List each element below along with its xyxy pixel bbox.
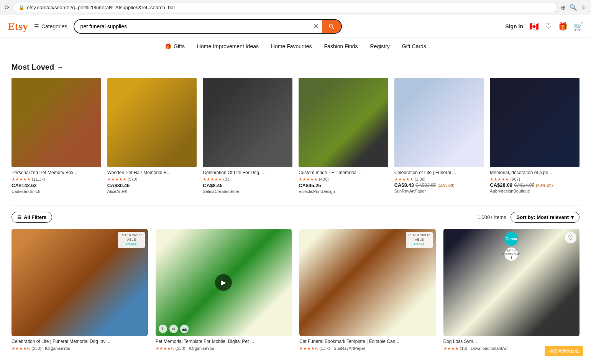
product-seller-2: AliceArtHK — [107, 189, 197, 194]
sign-in-button[interactable]: Sign in — [505, 23, 523, 29]
product-stars-5: ★★★★★ (1.3k) — [394, 177, 484, 182]
product-price-5: CA$8.43 CA$33.85 (10% off) — [394, 182, 484, 188]
search-bar: ✕ — [74, 19, 342, 34]
gift-header-icon[interactable]: 🎁 — [558, 22, 568, 31]
search-input[interactable] — [74, 20, 310, 33]
grid-product-4[interactable]: ♡ Canva INSTANTDOWNLOAD⬇ Dog Loss Sym...… — [443, 229, 580, 351]
products-grid: PERSONALIZABLECanva Celebration of Life … — [11, 229, 580, 351]
grid-product-title-1: Celebration of Life | Funeral Memorial D… — [11, 338, 148, 345]
most-loved-product-3[interactable]: Celebration Of Life For Dog, ... ★★★★★ (… — [203, 78, 292, 194]
translate-icon[interactable]: ⊕ — [561, 4, 566, 11]
product-seller-6: AubrydesignBoutique — [490, 189, 580, 193]
search-icon — [328, 23, 335, 30]
product-image-2 — [107, 78, 197, 167]
browser-chrome: ⟳ 🔒 etsy.com/ca/search?q=pet%20funeral%2… — [0, 0, 591, 15]
browser-search-icon[interactable]: 🔍 — [570, 4, 577, 11]
product-stars-4: ★★★★★ (400) — [299, 177, 388, 182]
watermark: 搜狐号@大数境 — [545, 346, 583, 356]
browser-controls: ⟳ — [5, 4, 10, 11]
most-loved-product-5[interactable]: Celebration of Life | Funeral ... ★★★★★ … — [394, 78, 484, 194]
product-image-6 — [490, 78, 580, 167]
main-content: Most Loved → Personalized Pet Memory Box… — [0, 55, 591, 359]
product-image-1 — [11, 78, 101, 167]
nav-item-gifts[interactable]: 🎁 Gifts — [159, 41, 190, 52]
all-filters-button[interactable]: ⊟ All Filters — [11, 212, 52, 223]
browser-action-icons: ⊕ 🔍 ☆ — [561, 4, 586, 11]
product-image-5 — [394, 78, 484, 167]
canada-flag-icon[interactable]: 🇨🇦 — [529, 22, 539, 31]
search-clear-button[interactable]: ✕ — [310, 22, 322, 31]
nav-item-fashion-finds[interactable]: Fashion Finds — [319, 41, 363, 52]
most-loved-product-4[interactable]: Custom made PET memorial ... ★★★★★ (400)… — [299, 78, 388, 194]
header-actions: Sign in 🇨🇦 ♡ 🎁 🛒 — [505, 22, 583, 31]
url-text: etsy.com/ca/search?q=pet%20funeral%20sup… — [27, 5, 175, 10]
filter-icon: ⊟ — [17, 214, 21, 220]
etsy-logo[interactable]: Etsy — [8, 20, 28, 33]
filters-bar: ⊟ All Filters 1,000+ items Sort by: Most… — [11, 212, 580, 223]
most-loved-title: Most Loved → — [11, 63, 580, 72]
play-button-2[interactable]: ▶ — [215, 274, 232, 291]
product-seller-5: SunRayArtPaper — [394, 189, 484, 193]
grid-product-title-3: Cat Funeral Bookmark Template | Editable… — [299, 338, 436, 345]
grid-product-2[interactable]: ▶ f ✉ 📷 Pet Memorial Template For Mobile… — [156, 229, 292, 351]
product-price-4: CA$45.25 — [299, 183, 388, 188]
product-price-2: CA$30.46 — [107, 183, 197, 188]
nav-item-home-favourites[interactable]: Home Favourites — [266, 41, 317, 52]
product-title-3: Celebration Of Life For Dog, ... — [203, 170, 292, 176]
product-title-2: Wooden Pet Hair Memorial B... — [107, 170, 197, 176]
site-header: Etsy ☰ Categories ✕ Sign in 🇨🇦 ♡ 🎁 🛒 — [0, 15, 591, 38]
product-title-1: Personalized Pet Memory Box... — [11, 170, 101, 176]
most-loved-product-2[interactable]: Wooden Pet Hair Memorial B... ★★★★★ (570… — [107, 78, 197, 194]
nav-item-gift-cards[interactable]: Gift Cards — [397, 41, 432, 52]
grid-product-title-4: Dog Loss Sym... — [443, 338, 580, 345]
hamburger-icon: ☰ — [34, 23, 39, 29]
grid-product-stars-3: ★★★★½ (1.3k) · SunRayArtPaper — [299, 346, 436, 351]
most-loved-product-6[interactable]: Memorial, decoration of a pe... ★★★★★ (9… — [490, 78, 580, 194]
product-image-3 — [203, 78, 292, 167]
product-image-4 — [299, 78, 388, 167]
section-divider — [11, 205, 580, 206]
cart-icon[interactable]: 🛒 — [574, 22, 583, 31]
social-icons: f ✉ 📷 — [159, 325, 189, 333]
personalize-badge-3: PERSONALIZABLECanva — [406, 232, 432, 248]
arrow-right-icon[interactable]: → — [57, 64, 63, 71]
most-loved-products: Personalized Pet Memory Box... ★★★★★ (11… — [11, 78, 580, 194]
items-count: 1,000+ items — [478, 214, 506, 220]
product-seller-3: SelinaCreatesStore — [203, 189, 292, 194]
nav-item-home-improvement[interactable]: Home Improvement Ideas — [192, 41, 264, 52]
product-seller-4: EclecticPrintDesign — [299, 189, 388, 194]
product-price-6: CA$28.09 CA$14.05 (40% off) — [490, 182, 580, 188]
gift-nav-icon: 🎁 — [165, 43, 171, 49]
categories-button[interactable]: ☰ Categories — [34, 23, 67, 29]
instant-download-badge: INSTANTDOWNLOAD⬇ — [504, 247, 518, 261]
grid-product-title-2: Pet Memorial Template For Mobile, Digita… — [156, 338, 292, 345]
product-stars-6: ★★★★★ (967) — [490, 177, 580, 182]
canva-icon: Canva — [504, 232, 518, 246]
product-price-1: CA$142.62 — [11, 183, 101, 188]
product-title-5: Celebration of Life | Funeral ... — [394, 170, 484, 176]
nav-item-registry[interactable]: Registry — [365, 41, 395, 52]
most-loved-product-1[interactable]: Personalized Pet Memory Box... ★★★★★ (11… — [11, 78, 101, 194]
wishlist-icon[interactable]: ♡ — [545, 22, 552, 31]
nav-bar: 🎁 Gifts Home Improvement Ideas Home Favo… — [0, 38, 591, 55]
personalize-badge-1: PERSONALIZABLECanva — [118, 232, 144, 248]
product-stars-2: ★★★★★ (570) — [107, 177, 197, 182]
product-seller-1: CadesandBirch — [11, 189, 101, 194]
product-stars-1: ★★★★★ (11.3k) — [11, 177, 101, 182]
sort-button[interactable]: Sort by: Most relevant ▾ — [511, 212, 580, 223]
url-bar[interactable]: 🔒 etsy.com/ca/search?q=pet%20funeral%20s… — [13, 3, 558, 12]
canva-badge-4: Canva INSTANTDOWNLOAD⬇ — [447, 232, 577, 261]
grid-product-stars-2: ★★★★½ (233) · IOrganiseYou — [156, 346, 292, 351]
product-price-3: CA$8.45 — [203, 183, 292, 188]
product-stars-3: ★★★★★ (33) — [203, 177, 292, 182]
grid-product-3[interactable]: PERSONALIZABLECanva Cat Funeral Bookmark… — [299, 229, 436, 351]
chevron-down-icon: ▾ — [571, 214, 574, 220]
product-title-6: Memorial, decoration of a pe... — [490, 170, 580, 176]
search-submit-button[interactable] — [322, 20, 341, 33]
grid-product-stars-1: ★★★★½ (233) · IOrganiseYou — [11, 346, 148, 351]
product-title-4: Custom made PET memorial ... — [299, 170, 388, 176]
grid-product-1[interactable]: PERSONALIZABLECanva Celebration of Life … — [11, 229, 148, 351]
bookmark-icon[interactable]: ☆ — [581, 4, 586, 11]
